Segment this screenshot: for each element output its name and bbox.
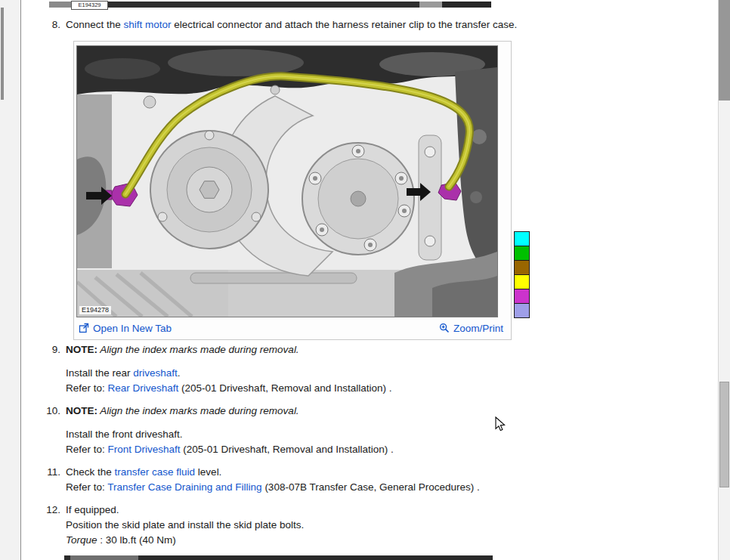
refer-detail: (308-07B Transfer Case, General Procedur… (262, 481, 480, 493)
torque-label: Torque (66, 534, 97, 546)
step-number: 10. (41, 404, 60, 417)
step-10: 10.NOTE: Align the index marks made duri… (41, 404, 710, 417)
figure-strip-segment (442, 2, 491, 8)
zoom-icon (439, 323, 450, 333)
figure-container: E194278 Open In New Tab Zoom/Print (73, 41, 512, 340)
figure-strip-segment (419, 2, 442, 8)
step-12-torque: Torque : 30 lb.ft (40 Nm) (66, 534, 708, 546)
body-text: level. (195, 466, 221, 478)
figure-strip-segment (70, 555, 138, 560)
step-11: 11.Check the transfer case fluid level. (41, 466, 710, 478)
note-label: NOTE: (66, 344, 97, 355)
legend-swatch (514, 260, 530, 275)
legend-swatch (514, 274, 530, 289)
step-11-refer: Refer to: Transfer Case Draining and Fil… (66, 481, 708, 493)
transfer-case-illustration: E194278 (76, 45, 498, 317)
open-in-new-tab-icon (79, 323, 89, 333)
note-text: Align the index marks made during remova… (97, 405, 299, 416)
step-text: electrical connector and attach the harn… (172, 19, 518, 30)
body-text: Check the (66, 466, 115, 478)
scrollbar-thumb[interactable] (719, 382, 729, 487)
step-number: 11. (41, 466, 60, 478)
body-text: . (178, 367, 181, 379)
refer-detail: (205-01 Driveshaft, Removal and Installa… (181, 444, 394, 455)
body-text: Install the rear (66, 367, 133, 379)
legend-swatch (514, 231, 530, 246)
body-text: Position the skid plate and install the … (66, 519, 304, 531)
figure-id-label: E194278 (79, 306, 111, 314)
refer-label: Refer to: (66, 382, 108, 394)
legend-swatch (514, 246, 530, 261)
body-text: If equipped. (66, 504, 119, 515)
step-9-refer: Refer to: Rear Driveshaft (205-01 Drives… (66, 382, 708, 394)
figure-toolbar: Open In New Tab Zoom/Print (79, 320, 503, 336)
transfer-case-fluid-link[interactable]: transfer case fluid (115, 466, 196, 478)
body-text: Install the front driveshaft. (66, 429, 183, 440)
step-number: 8. (41, 18, 60, 31)
legend-swatch (514, 303, 530, 318)
figure-id-label: E194329 (71, 1, 108, 10)
step-9: 9.NOTE: Align the index marks made durin… (41, 343, 710, 356)
step-12-line2: Position the skid plate and install the … (66, 518, 708, 531)
step-12: 12.If equipped. (41, 503, 710, 516)
refer-detail: (205-01 Driveshaft, Removal and Installa… (178, 382, 391, 394)
refer-label: Refer to: (66, 481, 107, 493)
zoom-print-label: Zoom/Print (453, 323, 503, 334)
legend-swatch (514, 289, 530, 304)
engine-illustration-svg (77, 46, 497, 317)
step-8: 8.Connect the shift motor electrical con… (41, 18, 710, 31)
next-figure-partial (64, 555, 493, 560)
step-number: 9. (41, 343, 60, 356)
refer-label: Refer to: (66, 444, 108, 455)
step-10-refer: Refer to: Front Driveshaft (205-01 Drive… (66, 443, 708, 456)
left-page-gutter (0, 0, 21, 560)
left-scrollbar-thumb[interactable] (1, 8, 4, 100)
legend-swatch-stack (514, 231, 530, 318)
zoom-print-button[interactable]: Zoom/Print (439, 323, 503, 334)
vertical-scrollbar[interactable] (718, 0, 730, 560)
transfer-case-draining-link[interactable]: Transfer Case Draining and Filling (107, 481, 261, 493)
shift-motor-link[interactable]: shift motor (124, 19, 172, 30)
figure-strip-segment (49, 2, 72, 8)
step-text: Connect the (66, 19, 124, 30)
previous-figure-partial: E194329 (49, 0, 491, 11)
open-in-new-tab-button[interactable]: Open In New Tab (79, 323, 172, 334)
scrollbar-top-block (719, 0, 730, 101)
step-10-install: Install the front driveshaft. (66, 428, 708, 441)
front-driveshaft-link[interactable]: Front Driveshaft (108, 444, 181, 455)
open-in-new-tab-label: Open In New Tab (93, 323, 172, 334)
rear-driveshaft-link[interactable]: Rear Driveshaft (108, 382, 179, 394)
step-number: 12. (41, 503, 60, 516)
note-text: Align the index marks made during remova… (97, 344, 299, 355)
torque-value: : 30 lb.ft (40 Nm) (97, 534, 176, 546)
figure-strip-segment (108, 2, 419, 8)
driveshaft-link[interactable]: driveshaft (133, 367, 178, 379)
note-label: NOTE: (66, 405, 97, 416)
step-9-install: Install the rear driveshaft. (66, 367, 708, 379)
